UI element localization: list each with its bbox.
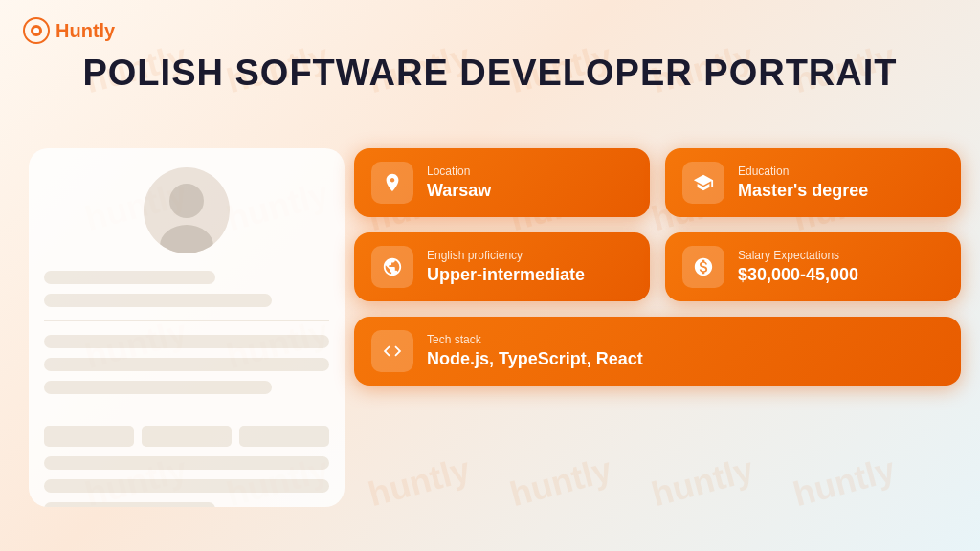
info-card-techstack: Tech stackNode.js, TypeScript, React xyxy=(354,317,961,386)
techstack-content: Tech stackNode.js, TypeScript, React xyxy=(427,333,643,369)
logo-text: Huntly xyxy=(56,20,115,42)
profile-card xyxy=(29,148,345,507)
location-content: LocationWarsaw xyxy=(427,165,491,201)
salary-label: Salary Expectations xyxy=(738,249,858,262)
info-card-english: English proficiencyUpper-intermediate xyxy=(354,232,650,301)
salary-value: $30,000-45,000 xyxy=(738,265,858,285)
info-card-location: LocationWarsaw xyxy=(354,148,650,217)
svg-point-2 xyxy=(33,28,39,33)
logo-icon xyxy=(23,17,50,44)
location-label: Location xyxy=(427,165,491,178)
education-label: Education xyxy=(738,165,868,178)
education-value: Master's degree xyxy=(738,181,868,201)
location-value: Warsaw xyxy=(427,181,491,201)
english-label: English proficiency xyxy=(427,249,585,262)
cards-area: LocationWarsawEducationMaster's degreeEn… xyxy=(354,148,961,386)
salary-icon xyxy=(682,246,724,288)
page-title: POLISH SOFTWARE DEVELOPER PORTRAIT xyxy=(0,53,980,94)
education-icon xyxy=(682,162,724,204)
english-value: Upper-intermediate xyxy=(427,265,585,285)
techstack-value: Node.js, TypeScript, React xyxy=(427,349,643,369)
svg-point-3 xyxy=(169,184,204,218)
education-content: EducationMaster's degree xyxy=(738,165,868,201)
techstack-label: Tech stack xyxy=(427,333,643,346)
salary-content: Salary Expectations$30,000-45,000 xyxy=(738,249,858,285)
location-icon xyxy=(371,162,413,204)
info-card-salary: Salary Expectations$30,000-45,000 xyxy=(665,232,961,301)
techstack-icon xyxy=(371,330,413,372)
english-icon xyxy=(371,246,413,288)
svg-point-4 xyxy=(160,225,213,253)
english-content: English proficiencyUpper-intermediate xyxy=(427,249,585,285)
logo[interactable]: Huntly xyxy=(23,17,115,44)
info-card-education: EducationMaster's degree xyxy=(665,148,961,217)
